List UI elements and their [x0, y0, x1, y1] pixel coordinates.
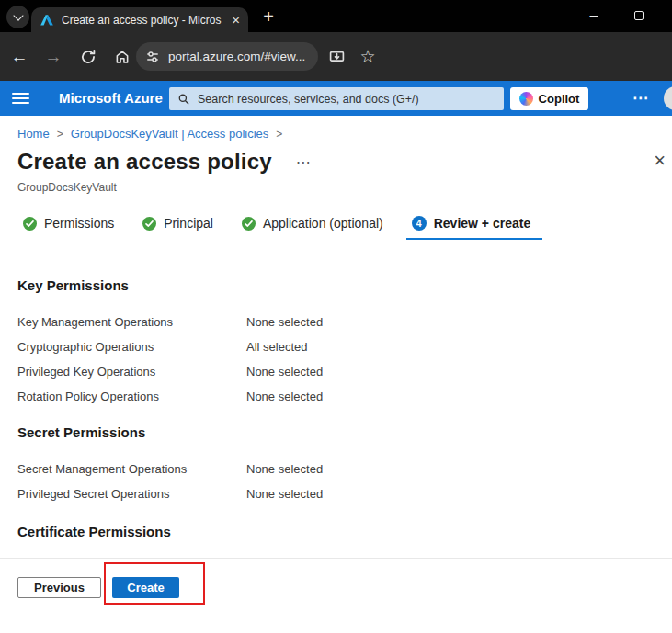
breadcrumb-chevron-icon: > — [57, 128, 63, 141]
tab-label: Application (optional) — [263, 216, 383, 231]
row-value: All selected — [246, 340, 307, 354]
azure-header: Microsoft Azure Search resources, servic… — [0, 81, 672, 116]
table-row: Privileged Secret Operations None select… — [17, 481, 323, 506]
section-heading-key-permissions: Key Permissions — [17, 277, 129, 293]
page-title: Create an access policy — [17, 149, 272, 175]
row-label: Privileged Key Operations — [17, 365, 246, 379]
page-content: Home > GroupDocsKeyVault | Access polici… — [0, 116, 672, 633]
tab-label: Review + create — [434, 216, 530, 231]
footer-divider — [0, 558, 672, 559]
url-text[interactable]: portal.azure.com/#view... — [168, 50, 305, 63]
home-button[interactable] — [109, 47, 135, 67]
copilot-icon — [519, 92, 533, 106]
refresh-icon — [80, 49, 97, 65]
row-label: Key Management Operations — [17, 315, 246, 329]
breadcrumb-keyvault-link[interactable]: GroupDocsKeyVault | Access policies — [71, 127, 269, 141]
browser-active-tab[interactable]: Create an access policy - Micros × — [31, 7, 248, 32]
tab-review-create[interactable]: 4 Review + create — [406, 214, 542, 240]
azure-brand[interactable]: Microsoft Azure — [59, 90, 163, 106]
site-info-icon[interactable] — [145, 50, 160, 64]
tab-principal[interactable]: Principal — [137, 214, 225, 240]
window-minimize-button[interactable]: – — [582, 6, 606, 26]
row-label: Secret Management Operations — [17, 462, 246, 476]
row-label: Rotation Policy Operations — [17, 390, 246, 403]
install-app-button[interactable] — [325, 47, 347, 67]
row-value: None selected — [246, 315, 323, 329]
header-more-icon[interactable]: ⋯ — [632, 88, 649, 107]
section-heading-secret-permissions: Secret Permissions — [17, 424, 145, 440]
tab-application-optional[interactable]: Application (optional) — [236, 214, 395, 240]
new-tab-button[interactable]: + — [257, 6, 279, 28]
avatar[interactable] — [664, 86, 672, 110]
search-placeholder: Search resources, services, and docs (G+… — [198, 93, 419, 106]
previous-button[interactable]: Previous — [17, 577, 101, 598]
chevron-down-icon — [13, 10, 23, 20]
window-maximize-button[interactable] — [627, 6, 651, 26]
breadcrumb-home-link[interactable]: Home — [17, 127, 50, 141]
row-label: Cryptographic Operations — [17, 340, 246, 354]
browser-toolbar: ← → portal.azure.com/#view... — [0, 32, 672, 81]
copilot-button[interactable]: Copilot — [510, 87, 588, 110]
tab-title: Create an access policy - Micros — [62, 14, 224, 27]
tab-label: Principal — [164, 216, 213, 231]
tab-permissions[interactable]: Permissions — [17, 214, 126, 240]
wizard-tabs: Permissions Principal Application (optio… — [17, 214, 542, 240]
copilot-label: Copilot — [539, 92, 580, 106]
tab-close-icon[interactable]: × — [232, 13, 240, 27]
refresh-button[interactable] — [75, 47, 101, 67]
home-icon — [114, 49, 131, 65]
row-value: None selected — [246, 462, 323, 476]
table-row: Cryptographic Operations All selected — [17, 334, 323, 359]
table-row: Key Management Operations None selected — [17, 310, 323, 334]
table-row: Privileged Key Operations None selected — [17, 359, 323, 384]
page-close-icon[interactable]: × — [654, 153, 666, 169]
key-permissions-rows: Key Management Operations None selected … — [17, 310, 323, 409]
row-value: None selected — [246, 487, 323, 501]
install-app-icon — [328, 49, 346, 66]
azure-search-input[interactable]: Search resources, services, and docs (G+… — [169, 87, 504, 110]
maximize-icon — [634, 11, 644, 20]
search-icon — [177, 93, 190, 106]
hamburger-menu-icon[interactable] — [12, 93, 29, 104]
browser-tab-strip: Create an access policy - Micros × + – — [0, 0, 672, 32]
completed-check-icon — [242, 217, 256, 231]
row-label: Privileged Secret Operations — [17, 487, 246, 501]
table-row: Rotation Policy Operations None selected — [17, 384, 323, 409]
completed-check-icon — [142, 217, 156, 231]
row-value: None selected — [246, 365, 323, 379]
breadcrumb: Home > GroupDocsKeyVault | Access polici… — [17, 127, 282, 141]
step-number-badge: 4 — [412, 216, 427, 231]
section-heading-certificate-permissions: Certificate Permissions — [17, 524, 171, 539]
completed-check-icon — [23, 217, 37, 231]
bookmark-star-icon[interactable]: ☆ — [357, 45, 379, 67]
breadcrumb-chevron-icon: > — [276, 128, 282, 141]
title-more-icon[interactable]: ⋯ — [296, 153, 311, 175]
secret-permissions-rows: Secret Management Operations None select… — [17, 457, 323, 506]
table-row: Secret Management Operations None select… — [17, 457, 323, 481]
row-value: None selected — [246, 390, 323, 403]
page-subtitle: GroupDocsKeyVault — [17, 181, 117, 194]
tab-search-button[interactable] — [6, 6, 29, 28]
forward-button[interactable]: → — [40, 44, 67, 70]
title-row: Create an access policy ⋯ — [17, 149, 311, 175]
back-button[interactable]: ← — [6, 44, 33, 70]
browser-window: Create an access policy - Micros × + – ←… — [0, 0, 672, 633]
azure-favicon-icon — [40, 13, 54, 28]
tab-label: Permissions — [44, 216, 114, 231]
address-bar[interactable]: portal.azure.com/#view... — [136, 42, 318, 71]
red-annotation-box — [104, 562, 205, 605]
